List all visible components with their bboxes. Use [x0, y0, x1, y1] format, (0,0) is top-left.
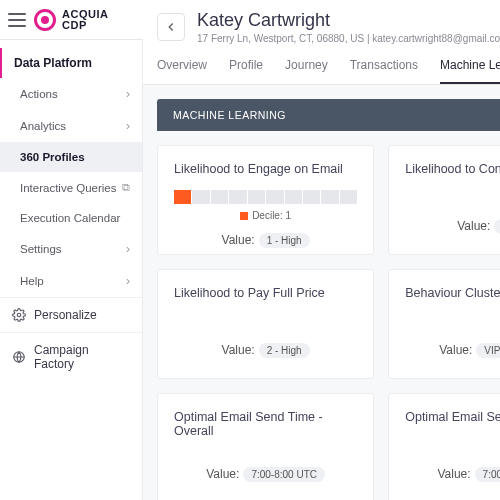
sidebar-item-label: Execution Calendar — [20, 212, 120, 224]
decile-cell — [340, 190, 357, 204]
brand-logo[interactable]: ACQUIA CDP — [34, 9, 108, 31]
decile-chart: Decile: 1 — [174, 190, 357, 221]
card-title: Optimal Email Send Time - Overall — [174, 410, 357, 438]
sidebar-item[interactable]: Execution Calendar — [0, 203, 142, 233]
legend-swatch-icon — [240, 212, 248, 220]
brand-line2: CDP — [62, 20, 108, 31]
sidebar-extra-item[interactable]: Personalize — [0, 297, 142, 332]
value-badge: Buyer — [494, 219, 500, 234]
decile-legend: Decile: 1 — [240, 210, 291, 221]
ml-card: Optimal Email Send Time - OverallValue:7… — [157, 393, 374, 500]
svg-point-0 — [17, 313, 21, 317]
chevron-right-icon: › — [126, 242, 130, 256]
tab[interactable]: Machine Learning — [440, 58, 500, 84]
tab[interactable]: Overview — [157, 58, 207, 84]
card-title: Likelihood to Convert — [405, 162, 500, 176]
value-badge: 7:00-8:00 UTC — [243, 467, 325, 482]
sidebar-section-header[interactable]: Data Platform — [0, 48, 142, 78]
tab[interactable]: Transactions — [350, 58, 418, 84]
arrow-left-icon — [164, 20, 178, 34]
card-title: Behaviour Cluster — [405, 286, 500, 300]
globe-icon — [12, 350, 26, 364]
card-value-row: Value:1 - High — [174, 233, 357, 248]
card-value-row: Value:2 - High — [174, 343, 357, 358]
value-badge: 7:00-8:00 UTC — [475, 467, 500, 482]
value-label: Value: — [457, 219, 490, 233]
card-value-row: Value:7:00-8:00 UTC — [174, 467, 357, 482]
chevron-right-icon: › — [126, 119, 130, 133]
decile-cell — [174, 190, 191, 204]
decile-bar — [174, 190, 357, 204]
ml-card: Behaviour ClusterValue:VIP Customer — [388, 269, 500, 379]
card-title: Likelihood to Pay Full Price — [174, 286, 357, 300]
section-band: MACHINE LEARNING — [157, 99, 500, 131]
main: Katey Cartwright 17 Ferry Ln, Westport, … — [143, 0, 500, 500]
decile-cell — [211, 190, 228, 204]
sidebar-item[interactable]: Actions› — [0, 78, 142, 110]
back-button[interactable] — [157, 13, 185, 41]
external-link-icon: ⧉ — [122, 181, 130, 194]
decile-cell — [285, 190, 302, 204]
sidebar: Data Platform Actions›Analytics›360 Prof… — [0, 0, 143, 500]
sidebar-item-label: 360 Profiles — [20, 151, 85, 163]
decile-cell — [192, 190, 209, 204]
menu-icon[interactable] — [8, 13, 26, 27]
value-badge: 2 - High — [259, 343, 310, 358]
sidebar-item[interactable]: Help› — [0, 265, 142, 297]
card-value-row: Value:VIP Customer — [405, 343, 500, 358]
ml-card: Likelihood to ConvertValue:Buyer — [388, 145, 500, 255]
ml-card: Optimal Email Send TimeValue:7:00-8:00 U… — [388, 393, 500, 500]
value-label: Value: — [439, 343, 472, 357]
sidebar-item[interactable]: 360 Profiles — [0, 142, 142, 172]
sidebar-item-label: Analytics — [20, 120, 66, 132]
tab[interactable]: Profile — [229, 58, 263, 84]
sidebar-extra-item[interactable]: Campaign Factory — [0, 332, 142, 381]
value-label: Value: — [222, 343, 255, 357]
chevron-right-icon: › — [126, 274, 130, 288]
brand-line1: ACQUIA — [62, 9, 108, 20]
sidebar-item[interactable]: Settings› — [0, 233, 142, 265]
gear-icon — [12, 308, 26, 322]
sidebar-item-label: Interactive Queries — [20, 182, 117, 194]
cards-grid: Likelihood to Engage on EmailDecile: 1Va… — [143, 131, 500, 500]
card-value-row: Value:Buyer — [405, 219, 500, 234]
tabs: OverviewProfileJourneyTransactionsMachin… — [157, 58, 500, 84]
sidebar-item-label: Actions — [20, 88, 58, 100]
card-value-row: Value:7:00-8:00 UTC — [405, 467, 500, 482]
sidebar-extra-label: Personalize — [34, 308, 97, 322]
card-title: Optimal Email Send Time — [405, 410, 500, 424]
logo-mark-icon — [34, 9, 56, 31]
ml-card: Likelihood to Engage on EmailDecile: 1Va… — [157, 145, 374, 255]
topbar: ACQUIA CDP — [0, 0, 143, 40]
decile-cell — [303, 190, 320, 204]
sidebar-extra-label: Campaign Factory — [34, 343, 130, 371]
customer-subline: 17 Ferry Ln, Westport, CT, 06880, US | k… — [197, 33, 500, 44]
decile-legend-text: Decile: 1 — [252, 210, 291, 221]
customer-name: Katey Cartwright — [197, 10, 500, 31]
value-badge: VIP Customer — [476, 343, 500, 358]
decile-cell — [248, 190, 265, 204]
decile-cell — [266, 190, 283, 204]
card-title: Likelihood to Engage on Email — [174, 162, 357, 176]
decile-cell — [321, 190, 338, 204]
sidebar-item[interactable]: Analytics› — [0, 110, 142, 142]
sidebar-list: Actions›Analytics›360 ProfilesInteractiv… — [0, 78, 142, 297]
main-header: Katey Cartwright 17 Ferry Ln, Westport, … — [143, 0, 500, 85]
value-label: Value: — [437, 467, 470, 481]
value-badge: 1 - High — [259, 233, 310, 248]
ml-card: Likelihood to Pay Full PriceValue:2 - Hi… — [157, 269, 374, 379]
tab[interactable]: Journey — [285, 58, 328, 84]
decile-cell — [229, 190, 246, 204]
value-label: Value: — [222, 233, 255, 247]
sidebar-item-label: Help — [20, 275, 44, 287]
sidebar-item-label: Settings — [20, 243, 62, 255]
sidebar-item[interactable]: Interactive Queries⧉ — [0, 172, 142, 203]
chevron-right-icon: › — [126, 87, 130, 101]
value-label: Value: — [206, 467, 239, 481]
